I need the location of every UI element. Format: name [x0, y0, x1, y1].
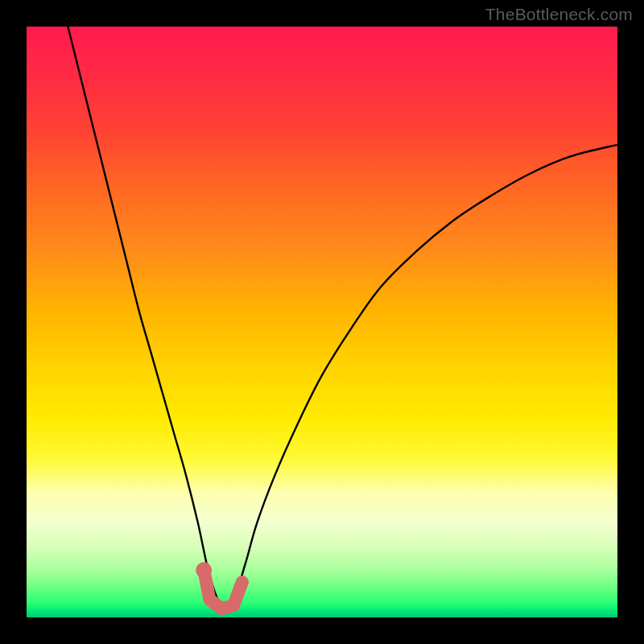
valley-marker [204, 570, 242, 609]
watermark-label: TheBottleneck.com [485, 5, 633, 24]
valley-marker-dot [196, 562, 212, 578]
curve-layer [27, 27, 617, 617]
chart-frame: TheBottleneck.com [0, 0, 644, 644]
plot-area [27, 27, 617, 617]
bottleneck-curve [68, 27, 617, 608]
